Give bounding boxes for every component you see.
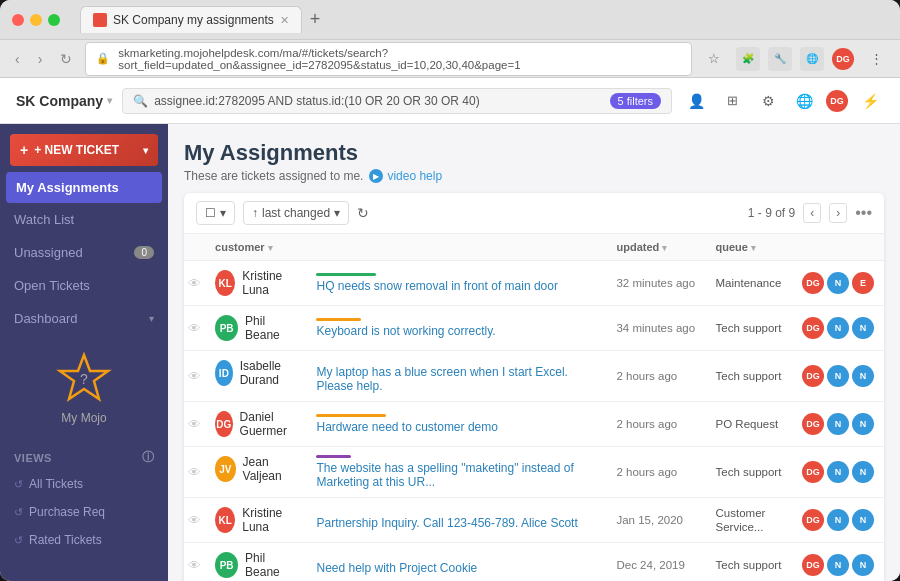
- eye-icon[interactable]: 👁: [188, 417, 201, 432]
- assignee-avatar[interactable]: N: [852, 365, 874, 387]
- refresh-button[interactable]: ↻: [357, 205, 369, 221]
- minimize-dot[interactable]: [30, 14, 42, 26]
- extension-icon-2[interactable]: 🔧: [768, 47, 792, 71]
- new-tab-button[interactable]: +: [306, 9, 325, 30]
- close-dot[interactable]: [12, 14, 24, 26]
- view-item-all-tickets[interactable]: ↺ All Tickets: [0, 470, 168, 498]
- ticket-subject-link[interactable]: Hardware need to customer demo: [316, 420, 497, 434]
- assignee-avatar[interactable]: E: [852, 272, 874, 294]
- assignee-avatar[interactable]: DG: [802, 413, 824, 435]
- tickets-panel: ☐ ▾ ↑ last changed ▾ ↻ 1 - 9 of 9 ‹ › ••…: [184, 193, 884, 581]
- user-icon[interactable]: 👤: [682, 87, 710, 115]
- assignees-cell: DGNN: [792, 306, 884, 351]
- assignee-avatar[interactable]: N: [827, 317, 849, 339]
- assignee-avatar[interactable]: N: [852, 317, 874, 339]
- ticket-subject-link[interactable]: The website has a spelling "maketing" in…: [316, 461, 573, 489]
- brand-name[interactable]: SK Company ▾: [16, 93, 112, 109]
- assignee-avatar[interactable]: N: [852, 461, 874, 483]
- bookmark-icon[interactable]: ☆: [700, 45, 728, 73]
- settings-icon[interactable]: ⚙: [754, 87, 782, 115]
- eye-icon[interactable]: 👁: [188, 276, 201, 291]
- select-all-button[interactable]: ☐ ▾: [196, 201, 235, 225]
- extension-icon-3[interactable]: 🌐: [800, 47, 824, 71]
- tickets-tbody: 👁 KL Kristine Luna HQ needs snow removal…: [184, 261, 884, 582]
- assignee-avatar[interactable]: N: [827, 272, 849, 294]
- ticket-subject-link[interactable]: Partnership Inquiry. Call 123-456-789. A…: [316, 516, 577, 530]
- assignee-avatar[interactable]: N: [852, 509, 874, 531]
- ticket-subject-link[interactable]: Keyboard is not working correctly.: [316, 324, 495, 338]
- views-info-icon[interactable]: ⓘ: [142, 449, 155, 466]
- star-icon: ?: [56, 351, 112, 407]
- updated-cell: 2 hours ago: [606, 447, 705, 498]
- eye-icon[interactable]: 👁: [188, 321, 201, 336]
- view-item-rated-tickets[interactable]: ↺ Rated Tickets: [0, 526, 168, 554]
- content-area: + + NEW TICKET ▾ My Assignments Watch Li…: [0, 124, 900, 581]
- new-ticket-button[interactable]: + + NEW TICKET ▾: [10, 134, 158, 166]
- assignee-avatar[interactable]: N: [827, 509, 849, 531]
- sidebar-item-dashboard-label: Dashboard: [14, 311, 78, 326]
- prev-page-button[interactable]: ‹: [803, 203, 821, 223]
- assignee-avatar[interactable]: DG: [802, 365, 824, 387]
- more-options-button[interactable]: •••: [855, 204, 872, 222]
- filters-badge[interactable]: 5 filters: [610, 93, 661, 109]
- eye-icon[interactable]: 👁: [188, 369, 201, 384]
- assignee-avatar[interactable]: N: [852, 413, 874, 435]
- back-button[interactable]: ‹: [10, 49, 25, 69]
- assignee-avatar[interactable]: DG: [802, 461, 824, 483]
- th-customer[interactable]: customer ▾: [205, 234, 306, 261]
- sidebar-item-unassigned[interactable]: Unassigned 0: [0, 236, 168, 269]
- eye-icon[interactable]: 👁: [188, 513, 201, 528]
- assignee-avatar[interactable]: DG: [802, 554, 824, 576]
- assignee-avatar[interactable]: N: [827, 461, 849, 483]
- sidebar-item-watch-list[interactable]: Watch List: [0, 203, 168, 236]
- tab-close-button[interactable]: ✕: [280, 14, 289, 27]
- assignee-avatar[interactable]: DG: [802, 509, 824, 531]
- sidebar-item-open-tickets[interactable]: Open Tickets: [0, 269, 168, 302]
- eye-cell: 👁: [184, 402, 205, 447]
- assignee-avatar[interactable]: N: [827, 365, 849, 387]
- customer-cell: KL Kristine Luna: [205, 261, 306, 305]
- ticket-subject-link[interactable]: HQ needs snow removal in front of main d…: [316, 279, 557, 293]
- url-bar[interactable]: 🔒 skmarketing.mojohelpdesk.com/ma/#/tick…: [85, 42, 692, 76]
- eye-icon[interactable]: 👁: [188, 465, 201, 480]
- sidebar-item-dashboard[interactable]: Dashboard ▾: [0, 302, 168, 335]
- assignees-cell: DGNN: [792, 447, 884, 498]
- extension-icon-1[interactable]: 🧩: [736, 47, 760, 71]
- assignee-avatar[interactable]: DG: [802, 317, 824, 339]
- view-rated-tickets-label: Rated Tickets: [29, 533, 102, 547]
- assignee-avatar[interactable]: DG: [802, 272, 824, 294]
- active-tab[interactable]: SK Company my assignments ✕: [80, 6, 302, 33]
- reload-button[interactable]: ↻: [55, 49, 77, 69]
- assignee-avatar[interactable]: N: [827, 413, 849, 435]
- ticket-subject-link[interactable]: Need help with Project Cookie: [316, 561, 477, 575]
- globe-icon[interactable]: 🌐: [790, 87, 818, 115]
- ticket-subject-link[interactable]: My laptop has a blue screen when I start…: [316, 365, 567, 393]
- search-bar[interactable]: 🔍 assignee.id:2782095 AND status.id:(10 …: [122, 88, 672, 114]
- updated-cell: 2 hours ago: [606, 351, 705, 402]
- next-page-button[interactable]: ›: [829, 203, 847, 223]
- assignees-cell: DGNE: [792, 261, 884, 306]
- plus-icon: +: [20, 142, 28, 158]
- sidebar-item-my-assignments[interactable]: My Assignments: [6, 172, 162, 203]
- queue-cell: Maintenance: [706, 261, 792, 306]
- video-help-link[interactable]: ▶ video help: [369, 169, 442, 183]
- menu-icon[interactable]: ⋮: [862, 45, 890, 73]
- user-menu-avatar[interactable]: DG: [826, 90, 848, 112]
- grid-icon[interactable]: ⊞: [718, 87, 746, 115]
- updated-time: 2 hours ago: [616, 466, 677, 478]
- maximize-dot[interactable]: [48, 14, 60, 26]
- tickets-toolbar: ☐ ▾ ↑ last changed ▾ ↻ 1 - 9 of 9 ‹ › ••…: [184, 193, 884, 234]
- customer-name: Jean Valjean: [243, 455, 297, 483]
- th-queue[interactable]: queue ▾: [706, 234, 792, 261]
- sort-button[interactable]: ↑ last changed ▾: [243, 201, 349, 225]
- th-updated[interactable]: updated ▾: [606, 234, 705, 261]
- lightning-icon[interactable]: ⚡: [856, 87, 884, 115]
- svg-text:?: ?: [80, 371, 88, 387]
- assignee-avatar[interactable]: N: [852, 554, 874, 576]
- subject-cell: Keyboard is not working correctly.: [306, 306, 606, 351]
- view-item-purchase-req[interactable]: ↺ Purchase Req: [0, 498, 168, 526]
- eye-icon[interactable]: 👁: [188, 558, 201, 573]
- user-avatar[interactable]: DG: [832, 48, 854, 70]
- assignee-avatar[interactable]: N: [827, 554, 849, 576]
- forward-button[interactable]: ›: [33, 49, 48, 69]
